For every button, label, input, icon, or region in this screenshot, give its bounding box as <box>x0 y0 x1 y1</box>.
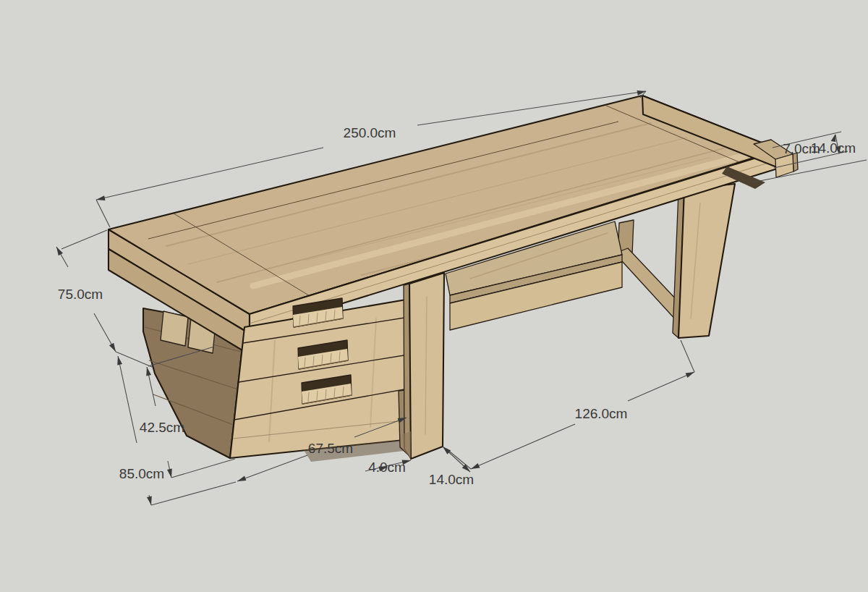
dim-label-top-total-thickness: 14.0cm <box>811 140 856 156</box>
dim-label-leg-width: 14.0cm <box>429 472 474 487</box>
dim-label-overall-length: 250.0cm <box>344 125 396 140</box>
dim-label-drawer-stack-height: 42.5cm <box>140 420 184 435</box>
dim-label-open-bay-width: 126.0cm <box>575 406 628 421</box>
dim-label-leg-inset: 4.0cm <box>368 460 406 475</box>
dim-label-drawer-bank-width: 67.5cm <box>308 441 353 456</box>
dim-label-depth: 85.0cm <box>119 466 164 481</box>
dim-label-height: 75.0cm <box>58 287 103 302</box>
workbench-3d-view: 250.0cm 7.0cm 14.0cm 75.0cm 42.5cm 85.0c… <box>0 0 868 592</box>
middle-leg <box>399 273 444 459</box>
workbench-drawing-canvas: 250.0cm 7.0cm 14.0cm 75.0cm 42.5cm 85.0c… <box>0 0 868 592</box>
end-grain-block <box>161 311 188 346</box>
